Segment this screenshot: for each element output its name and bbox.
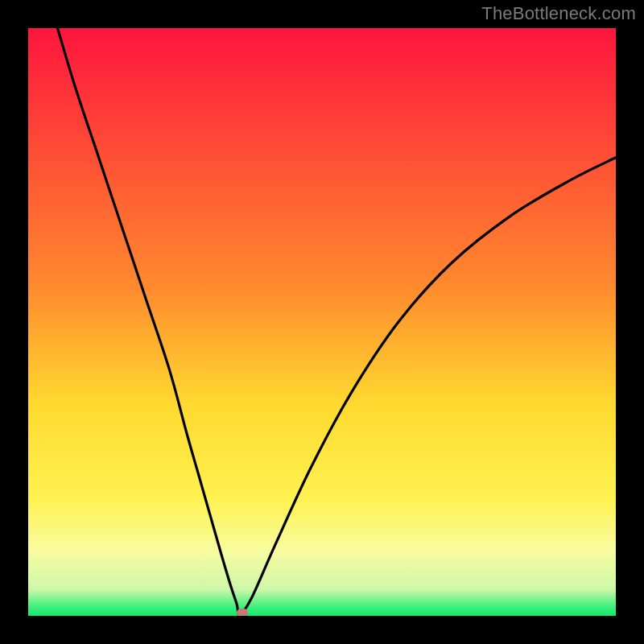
bottleneck-curve: [28, 28, 616, 616]
watermark-text: TheBottleneck.com: [481, 3, 636, 24]
optimal-marker: [237, 609, 248, 616]
plot-area: [28, 28, 616, 616]
chart-frame: TheBottleneck.com: [0, 0, 644, 644]
